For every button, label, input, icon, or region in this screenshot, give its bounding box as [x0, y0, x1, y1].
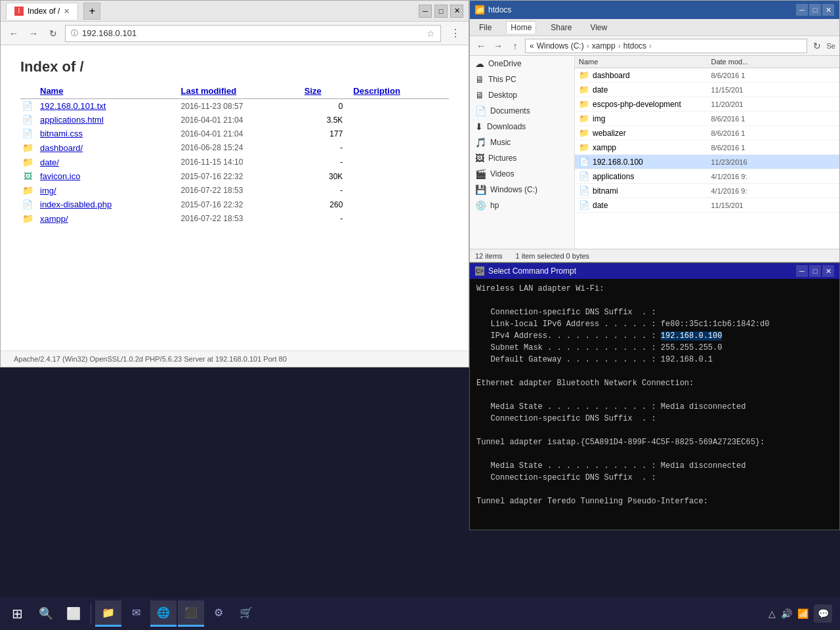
- breadcrumb-xampp: xampp: [592, 41, 616, 51]
- col-last-modified[interactable]: Last modified: [181, 83, 304, 99]
- explorer-up[interactable]: ↑: [508, 39, 522, 53]
- table-row[interactable]: 📁 img/ 2016-07-22 18:53 -: [20, 183, 449, 198]
- ribbon-tab-home[interactable]: Home: [506, 21, 536, 33]
- explorer-back[interactable]: ←: [474, 39, 488, 53]
- file-icon: 📄: [579, 200, 589, 210]
- reload-button[interactable]: ↻: [45, 26, 61, 41]
- explorer-file-date: 11/20/201: [707, 98, 840, 110]
- sidebar-item-hp[interactable]: 💿hp: [470, 198, 574, 213]
- ribbon-tab-view[interactable]: View: [586, 22, 611, 33]
- file-link[interactable]: applications.html: [40, 115, 104, 125]
- file-link[interactable]: dashboard/: [40, 143, 83, 153]
- sidebar-item-downloads[interactable]: ⬇Downloads: [470, 119, 574, 135]
- cmd-titlebar: C> Select Command Prompt ─ □ ✕: [470, 263, 839, 279]
- start-button[interactable]: ⊞: [3, 599, 32, 628]
- taskbar-mail-button[interactable]: ✉: [123, 600, 149, 627]
- ribbon-tab-file[interactable]: File: [475, 22, 495, 33]
- taskbar-browser-button[interactable]: 🌐: [150, 600, 177, 627]
- back-button[interactable]: ←: [6, 26, 22, 41]
- sidebar-item-music[interactable]: 🎵Music: [470, 135, 574, 150]
- explorer-window-controls: ─ □ ✕: [796, 4, 834, 16]
- file-date: 2016-04-01 21:04: [181, 127, 304, 140]
- col-name[interactable]: Name: [40, 83, 181, 99]
- search-taskbar-button[interactable]: 🔍: [33, 600, 59, 627]
- taskbar-settings-button[interactable]: ⚙: [205, 600, 232, 627]
- tray-volume-icon[interactable]: 🔊: [781, 608, 792, 619]
- tab-title: Index of /: [28, 7, 60, 16]
- explorer-refresh[interactable]: ↻: [810, 39, 824, 53]
- table-row[interactable]: 📁 date/ 2016-11-15 14:10 -: [20, 155, 449, 169]
- sidebar-item-pictures[interactable]: 🖼Pictures: [470, 150, 574, 166]
- file-link[interactable]: img/: [40, 186, 56, 196]
- explorer-maximize[interactable]: □: [809, 4, 821, 16]
- task-view-button[interactable]: ⬜: [60, 600, 87, 627]
- cmd-minimize[interactable]: ─: [796, 265, 808, 277]
- explorer-file-date: 8/6/2016 1: [707, 142, 840, 154]
- cmd-controls: ─ □ ✕: [796, 265, 834, 277]
- explorer-file-row[interactable]: 📁 dashboard 8/6/2016 1: [575, 68, 839, 83]
- table-row[interactable]: 📄 bitnami.css 2016-04-01 21:04 177: [20, 127, 449, 140]
- table-row[interactable]: 📄 applications.html 2016-04-01 21:04 3.5…: [20, 113, 449, 127]
- table-row[interactable]: 📄 index-disabled.php 2015-07-16 22:32 26…: [20, 198, 449, 211]
- table-row[interactable]: 🖼 favicon.ico 2015-07-16 22:32 30K: [20, 169, 449, 183]
- col-description[interactable]: Description: [353, 83, 449, 99]
- cmd-close[interactable]: ✕: [822, 265, 834, 277]
- explorer-file-row[interactable]: 📄 date 11/15/201: [575, 198, 839, 213]
- minimize-button[interactable]: ─: [419, 5, 432, 18]
- file-link[interactable]: index-disabled.php: [40, 200, 112, 209]
- cmd-content[interactable]: Wireless LAN adapter Wi-Fi: Connection-s…: [470, 279, 839, 530]
- maximize-button[interactable]: □: [434, 5, 448, 18]
- file-link[interactable]: favicon.ico: [40, 171, 80, 181]
- explorer-file-name: 📄 192.168.0.100: [575, 155, 707, 169]
- explorer-file-row[interactable]: 📁 xampp 8/6/2016 1: [575, 140, 839, 155]
- taskbar-explorer-button[interactable]: 📁: [95, 600, 121, 627]
- table-row[interactable]: 📁 dashboard/ 2016-06-28 15:24 -: [20, 140, 449, 155]
- sidebar-item-videos[interactable]: 🎬Videos: [470, 166, 574, 182]
- explorer-file-row[interactable]: 📁 date 11/15/201: [575, 83, 839, 97]
- start-icon: ⊞: [12, 606, 23, 621]
- sidebar-item-documents[interactable]: 📄Documents: [470, 103, 574, 119]
- tab-close-button[interactable]: ✕: [64, 7, 70, 16]
- explorer-close[interactable]: ✕: [822, 4, 834, 16]
- taskbar-store-button[interactable]: 🛒: [233, 600, 259, 627]
- explorer-forward[interactable]: →: [491, 39, 505, 53]
- table-row[interactable]: 📄 192.168.0.101.txt 2016-11-23 08:57 0: [20, 99, 449, 114]
- explorer-file-date: 4/1/2016 9:: [707, 185, 840, 197]
- explorer-file-row[interactable]: 📄 bitnami 4/1/2016 9:: [575, 184, 839, 198]
- address-bar[interactable]: ⓘ 192.168.0.101 ☆: [65, 25, 441, 42]
- new-tab-button[interactable]: +: [83, 3, 100, 20]
- explorer-file-row[interactable]: 📁 escpos-php-development 11/20/201: [575, 97, 839, 112]
- cmd-title: Select Command Prompt: [488, 266, 576, 276]
- notification-button[interactable]: 💬: [814, 604, 832, 623]
- explorer-file-row[interactable]: 📁 webalizer 8/6/2016 1: [575, 126, 839, 140]
- explorer-col-name[interactable]: Name: [575, 56, 707, 68]
- explorer-col-date[interactable]: Date mod...: [707, 56, 840, 68]
- table-row[interactable]: 📁 xampp/ 2016-07-22 18:53 -: [20, 211, 449, 226]
- sidebar-item-this-pc[interactable]: 🖥This PC: [470, 72, 574, 87]
- bookmark-icon[interactable]: ☆: [427, 28, 435, 39]
- sidebar-item-onedrive[interactable]: ☁OneDrive: [470, 56, 574, 72]
- sidebar-icon: 🖼: [475, 153, 484, 163]
- menu-button[interactable]: ⋮: [448, 26, 463, 41]
- ribbon-tab-share[interactable]: Share: [547, 22, 576, 33]
- explorer-minimize[interactable]: ─: [796, 4, 808, 16]
- taskbar-cmd-button[interactable]: ⬛: [178, 600, 204, 627]
- file-link[interactable]: date/: [40, 158, 59, 167]
- file-link[interactable]: xampp/: [40, 214, 68, 224]
- browser-tab-active[interactable]: I Index of / ✕: [6, 3, 78, 20]
- file-link[interactable]: bitnami.css: [40, 129, 83, 138]
- sidebar-item-desktop[interactable]: 🖥Desktop: [470, 87, 574, 103]
- cmd-maximize[interactable]: □: [809, 265, 821, 277]
- explorer-file-name: 📁 escpos-php-development: [575, 97, 707, 111]
- explorer-file-row[interactable]: 📁 img 8/6/2016 1: [575, 112, 839, 126]
- close-button[interactable]: ✕: [450, 5, 463, 18]
- col-size[interactable]: Size: [304, 83, 354, 99]
- explorer-file-row[interactable]: 📄 applications 4/1/2016 9:: [575, 169, 839, 184]
- tray-wifi-icon[interactable]: 📶: [797, 608, 808, 619]
- explorer-file-row[interactable]: 📄 192.168.0.100 11/23/2016: [575, 155, 839, 169]
- file-link[interactable]: 192.168.0.101.txt: [40, 101, 106, 111]
- sidebar-item-windows-(c:)[interactable]: 💾Windows (C:): [470, 182, 574, 198]
- breadcrumb-bar[interactable]: « Windows (C:) › xampp › htdocs ›: [525, 39, 807, 53]
- forward-button[interactable]: →: [26, 26, 41, 41]
- tray-alert-icon[interactable]: △: [768, 608, 776, 619]
